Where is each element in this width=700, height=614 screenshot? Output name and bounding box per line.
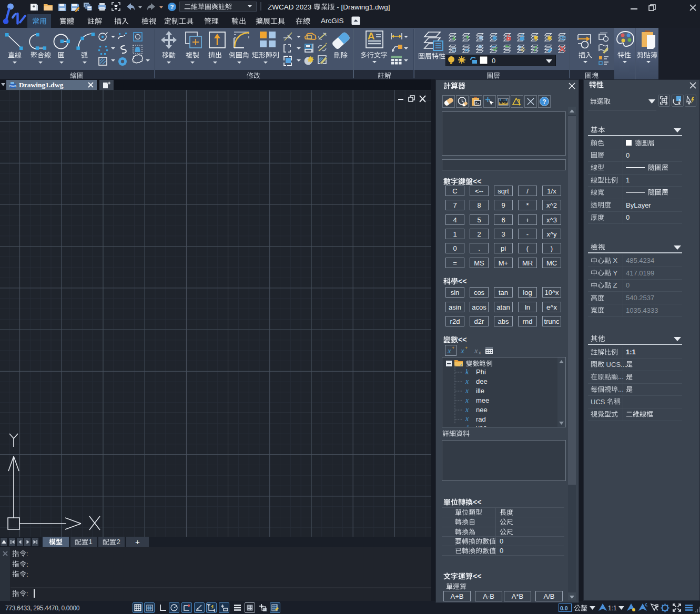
svg-text:x: x <box>447 346 451 355</box>
svg-text:x: x <box>465 377 469 385</box>
svg-text:+: + <box>452 346 454 351</box>
svg-text:?: ? <box>170 4 174 10</box>
svg-text:x: x <box>479 350 481 355</box>
svg-text:x: x <box>465 387 469 395</box>
svg-text:DWG: DWG <box>9 85 16 88</box>
svg-text:x: x <box>474 346 478 355</box>
svg-text:A: A <box>368 30 375 42</box>
svg-text:+: + <box>465 346 468 351</box>
svg-text:x: x <box>460 346 464 355</box>
svg-text:k: k <box>465 368 469 376</box>
svg-text:x: x <box>466 424 469 427</box>
svg-text:x: x <box>465 406 469 414</box>
svg-text:x: x <box>465 396 469 404</box>
svg-text:x: x <box>465 415 469 423</box>
svg-text:?: ? <box>542 98 546 106</box>
